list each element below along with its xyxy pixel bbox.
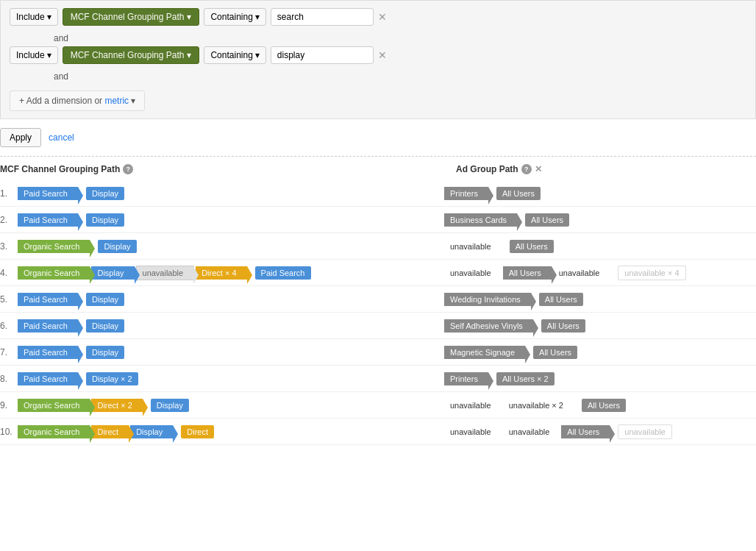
apply-button[interactable]: Apply	[0, 128, 41, 147]
adgroup-tag-last: All Users × 2	[496, 372, 554, 385]
mcf-tag-last: Display	[98, 240, 136, 253]
table-row: 3.Organic SearchDisplayunavailableAll Us…	[0, 233, 756, 260]
table-row: 6.Paid SearchDisplaySelf Adhesive Vinyls…	[0, 313, 756, 339]
filter-row-2: Include ▾ MCF Channel Grouping Path ▾ Co…	[10, 46, 746, 64]
adgroup-tag: unavailable	[503, 425, 560, 438]
adgroup-path: PrintersAll Users × 2	[444, 372, 756, 385]
mcf-tag: Direct × 4	[196, 266, 246, 280]
include-label-2: Include	[16, 50, 45, 60]
mcf-path: Organic SearchDirect × 2Display	[18, 399, 444, 412]
mcf-path: Paid SearchDisplay	[18, 187, 444, 200]
adgroup-tag: Printers	[444, 187, 488, 200]
adgroup-help-icon[interactable]: ?	[521, 164, 532, 174]
row-number: 5.	[0, 294, 18, 305]
include-label-1: Include	[16, 12, 45, 22]
filter-input-2[interactable]	[271, 46, 374, 64]
mcf-tag-last: Display	[86, 319, 124, 333]
mcf-path: Paid SearchDisplay	[18, 213, 444, 227]
mcf-tag: Organic Search	[18, 240, 90, 253]
adgroup-header-label: Ad Group Path	[456, 164, 518, 174]
adgroup-tag: unavailable	[444, 266, 502, 280]
and-row-1: and	[54, 30, 746, 46]
filter-row-1: Include ▾ MCF Channel Grouping Path ▾ Co…	[10, 8, 746, 26]
mcf-tag-last: Display	[86, 346, 124, 359]
adgroup-path: PrintersAll Users	[444, 187, 756, 200]
mcf-tag-last: Display	[86, 293, 124, 306]
adgroup-tag: All Users	[503, 266, 552, 280]
results-section: MCF Channel Grouping Path ? Ad Group Pat…	[0, 156, 756, 445]
clear-icon-2[interactable]: ✕	[378, 49, 387, 61]
mcf-tag: Organic Search	[18, 399, 90, 412]
table-row: 7.Paid SearchDisplayMagnetic SignageAll …	[0, 339, 756, 366]
metric-label: metric	[104, 96, 129, 106]
row-number: 6.	[0, 321, 18, 331]
mcf-tag: Direct	[91, 425, 129, 438]
and-label-2: and	[54, 71, 68, 82]
adgroup-path: unavailableunavailableAll Usersunavailab…	[444, 424, 756, 439]
adgroup-tag-last: All Users	[533, 346, 577, 359]
row-number: 10.	[0, 427, 18, 437]
adgroup-tag-last: All Users	[582, 399, 626, 412]
row-number: 1.	[0, 188, 18, 199]
mcf-tag: Organic Search	[18, 266, 90, 280]
adgroup-path: Wedding InvitationsAll Users	[444, 293, 756, 306]
mcf-tag: Paid Search	[18, 213, 78, 227]
chevron-down-icon-1: ▾	[47, 12, 51, 22]
row-number: 7.	[0, 347, 18, 358]
mcf-path: Paid SearchDisplay × 2	[18, 372, 444, 385]
adgroup-tag: unavailable	[444, 240, 502, 253]
mcf-tag: unavailable	[136, 266, 195, 280]
mcf-path: Paid SearchDisplay	[18, 346, 444, 359]
adgroup-tag: Business Cards	[444, 213, 517, 227]
mcf-path: Organic SearchDisplay	[18, 240, 444, 253]
dimension-button-1[interactable]: MCF Channel Grouping Path ▾	[63, 8, 200, 26]
adgroup-tag-last: All Users	[510, 240, 554, 253]
mcf-help-icon[interactable]: ?	[123, 164, 133, 174]
adgroup-path: Self Adhesive VinylsAll Users	[444, 319, 756, 333]
row-number: 9.	[0, 400, 18, 410]
adgroup-path: unavailableunavailable × 2All Users	[444, 399, 756, 412]
add-dimension-row: + Add a dimension or metric ▾	[10, 90, 746, 111]
row-number: 3.	[0, 241, 18, 252]
adgroup-tag-last: unavailable	[618, 424, 672, 439]
mcf-tag: Paid Search	[18, 346, 78, 359]
mcf-tag: Display	[91, 266, 134, 280]
adgroup-tag: unavailable × 2	[503, 399, 574, 412]
mcf-tag-last: Direct	[181, 425, 214, 438]
adgroup-clear-icon[interactable]: ✕	[535, 164, 542, 174]
dimension-label-2: MCF Channel Grouping Path	[71, 50, 185, 60]
include-button-2[interactable]: Include ▾	[10, 46, 58, 64]
mcf-path: Paid SearchDisplay	[18, 293, 444, 306]
chevron-down-icon-2: ▾	[187, 12, 191, 22]
adgroup-tag: Wedding Invitations	[444, 293, 531, 306]
add-dimension-button[interactable]: + Add a dimension or metric ▾	[10, 90, 145, 111]
cancel-button[interactable]: cancel	[49, 132, 74, 143]
condition-label-1: Containing	[210, 12, 252, 22]
mcf-tag-last: Paid Search	[255, 266, 311, 280]
adgroup-tag: Magnetic Signage	[444, 346, 525, 359]
adgroup-tag: unavailable	[444, 399, 502, 412]
adgroup-tag-last: All Users	[541, 319, 585, 333]
chevron-down-icon-5: ▾	[187, 50, 191, 60]
containing-button-2[interactable]: Containing ▾	[204, 46, 265, 64]
table-row: 5.Paid SearchDisplayWedding InvitationsA…	[0, 286, 756, 313]
adgroup-tag: unavailable	[553, 266, 610, 280]
mcf-header-label: MCF Channel Grouping Path	[0, 164, 120, 174]
mcf-tag-last: Display	[151, 399, 189, 412]
adgroup-path: Business CardsAll Users	[444, 213, 756, 227]
table-row: 1.Paid SearchDisplayPrintersAll Users	[0, 180, 756, 207]
table-row: 8.Paid SearchDisplay × 2PrintersAll User…	[0, 366, 756, 392]
containing-button-1[interactable]: Containing ▾	[204, 8, 265, 26]
actions-row: Apply cancel	[0, 119, 756, 156]
clear-icon-1[interactable]: ✕	[378, 11, 387, 23]
results-header: MCF Channel Grouping Path ? Ad Group Pat…	[0, 164, 756, 174]
dimension-label-1: MCF Channel Grouping Path	[71, 12, 185, 22]
dimension-button-2[interactable]: MCF Channel Grouping Path ▾	[63, 46, 200, 64]
filter-input-1[interactable]	[271, 8, 374, 26]
adgroup-column-header: Ad Group Path ? ✕	[456, 164, 756, 174]
chevron-down-icon-3: ▾	[255, 12, 260, 22]
mcf-column-header: MCF Channel Grouping Path ?	[0, 164, 441, 174]
adgroup-tag-last: All Users	[496, 187, 541, 200]
mcf-tag: Paid Search	[18, 293, 78, 306]
include-button-1[interactable]: Include ▾	[10, 8, 58, 26]
